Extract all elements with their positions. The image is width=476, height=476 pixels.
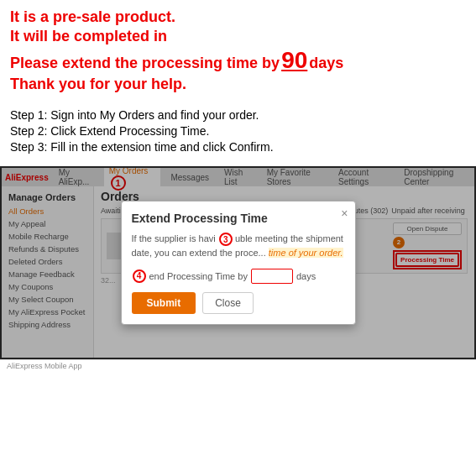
line4-text: Thank you for your help. <box>10 76 466 93</box>
modal-close-button[interactable]: Close <box>202 292 254 314</box>
days-number: 90 <box>281 47 307 74</box>
aliexpress-mobile-app-label: AliExpress Mobile App <box>7 362 82 370</box>
modal-label-days: days <box>296 271 316 281</box>
modal-label-by: end Processing Time by <box>149 271 248 281</box>
bottom-bar: AliExpress Mobile App <box>0 359 476 372</box>
modal-body-text1: If the supplier is havi <box>132 233 216 243</box>
modal-overlay: × Extend Processing Time If the supplier… <box>2 168 474 358</box>
modal-submit-button[interactable]: Submit <box>132 292 196 314</box>
line1-text: It is a pre-sale product. <box>10 8 466 26</box>
modal-footer: Submit Close <box>132 292 345 314</box>
modal-highlight: time of your order. <box>269 248 343 258</box>
step1: Step 1: Sign into My Orders and find you… <box>10 108 466 122</box>
step3: Step 3: Fill in the extension time and c… <box>10 140 466 154</box>
step2: Step 2: Click Extend Processing Time. <box>10 124 466 138</box>
circle-num3: 3 <box>219 233 233 246</box>
modal-body: If the supplier is havi 3 uble meeting t… <box>132 232 345 260</box>
line2-text: It will be completed in <box>10 28 466 45</box>
extend-processing-modal: × Extend Processing Time If the supplier… <box>121 201 356 325</box>
modal-input-row: 4 end Processing Time by days <box>132 269 345 284</box>
modal-title: Extend Processing Time <box>132 212 345 225</box>
line3-text: Please extend the processing time by 90 … <box>10 47 466 74</box>
modal-close-icon[interactable]: × <box>341 207 348 220</box>
screenshot-area: AliExpress My AliExp... My Orders 1 Mess… <box>0 166 476 359</box>
extension-days-input[interactable] <box>251 269 293 284</box>
circle-num4: 4 <box>133 269 146 283</box>
